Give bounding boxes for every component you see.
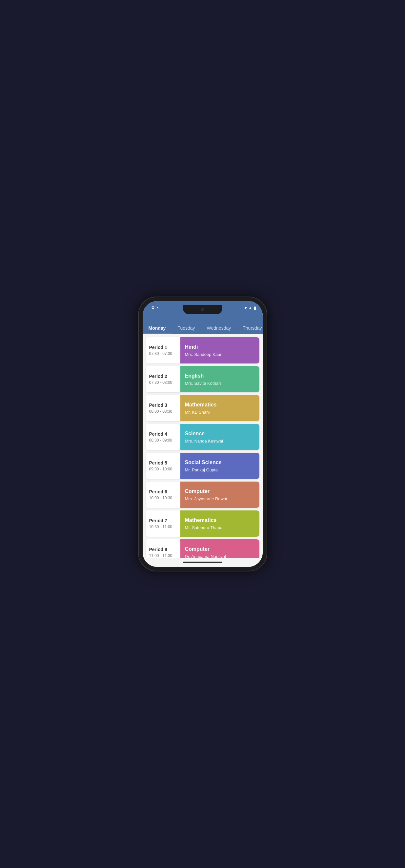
period-name-8: Period 8 (149, 547, 177, 552)
tab-wednesday[interactable]: Wednesday (201, 322, 237, 334)
period-row-3: Period 3 08:00 - 08:30 Mathematics Mr. K… (146, 395, 259, 421)
period-row-1: Period 1 07:30 - 07:30 Hindi Mrs. Sandee… (146, 337, 259, 364)
period-subject-5: Social Science Mr. Pankaj Gupta (180, 453, 259, 479)
period-info-5: Period 5 09:00 - 10:00 (146, 453, 180, 479)
phone-screen: ⚙ ▪ ▾ ▲ ▮ Monday Tuesday Wednesday Thurs… (143, 301, 263, 567)
period-subject-1: Hindi Mrs. Sandeep Kaur (180, 337, 259, 364)
period-time-2: 07:30 - 08:00 (149, 380, 177, 385)
period-info-4: Period 4 08:30 - 09:00 (146, 424, 180, 450)
period-info-7: Period 7 10:30 - 11:00 (146, 510, 180, 537)
subject-name-4: Science (185, 431, 255, 437)
period-name-4: Period 4 (149, 431, 177, 437)
period-name-5: Period 5 (149, 460, 177, 465)
period-subject-7: Mathematics Mr. Satendra Thapa (180, 510, 259, 537)
subject-name-6: Computer (185, 489, 255, 494)
period-info-1: Period 1 07:30 - 07:30 (146, 337, 180, 364)
period-row-7: Period 7 10:30 - 11:00 Mathematics Mr. S… (146, 510, 259, 537)
home-bar (183, 562, 222, 563)
period-time-5: 09:00 - 10:00 (149, 467, 177, 471)
subject-name-1: Hindi (185, 344, 255, 350)
subject-name-3: Mathematics (185, 402, 255, 408)
period-name-2: Period 2 (149, 374, 177, 379)
camera-notch (183, 305, 222, 314)
period-row-4: Period 4 08:30 - 09:00 Science Mrs. Nand… (146, 424, 259, 450)
teacher-name-3: Mr. KB Shahi (185, 410, 255, 415)
period-time-8: 11:00 - 11:30 (149, 553, 177, 558)
camera-dot (201, 308, 204, 311)
period-row-2: Period 2 07:30 - 08:00 English Mrs. Savi… (146, 366, 259, 392)
period-time-3: 08:00 - 08:30 (149, 409, 177, 414)
subject-name-5: Social Science (185, 460, 255, 465)
period-name-6: Period 6 (149, 489, 177, 494)
period-info-6: Period 6 10:00 - 10:30 (146, 482, 180, 508)
signal-icon: ▲ (248, 305, 252, 310)
tab-bar[interactable]: Monday Tuesday Wednesday Thursday Fr... (143, 322, 263, 334)
settings-status-icon: ⚙ (151, 305, 155, 310)
timetable-content: Period 1 07:30 - 07:30 Hindi Mrs. Sandee… (143, 334, 263, 558)
period-info-3: Period 3 08:00 - 08:30 (146, 395, 180, 421)
tab-tuesday[interactable]: Tuesday (172, 322, 201, 334)
teacher-name-5: Mr. Pankaj Gupta (185, 467, 255, 472)
home-indicator (143, 558, 263, 567)
period-name-3: Period 3 (149, 403, 177, 408)
wifi-icon: ▾ (245, 305, 247, 310)
app-header (143, 313, 263, 322)
period-row-6: Period 6 10:00 - 10:30 Computer Mrs. Jay… (146, 482, 259, 508)
period-time-6: 10:00 - 10:30 (149, 496, 177, 500)
period-subject-3: Mathematics Mr. KB Shahi (180, 395, 259, 421)
tab-monday[interactable]: Monday (143, 322, 172, 334)
period-subject-4: Science Mrs. Nanda Kestwal (180, 424, 259, 450)
period-time-7: 10:30 - 11:00 (149, 525, 177, 529)
teacher-name-1: Mrs. Sandeep Kaur (185, 352, 255, 357)
period-time-1: 07:30 - 07:30 (149, 351, 177, 356)
battery-icon: ▮ (254, 305, 256, 310)
subject-name-7: Mathematics (185, 517, 255, 523)
period-row-8: Period 8 11:00 - 11:30 Computer Dr. Anup… (146, 539, 259, 558)
subject-name-2: English (185, 373, 255, 379)
teacher-name-2: Mrs. Savita Kothari (185, 381, 255, 386)
square-status-icon: ▪ (157, 305, 158, 310)
teacher-name-4: Mrs. Nanda Kestwal (185, 439, 255, 443)
period-info-2: Period 2 07:30 - 08:00 (146, 366, 180, 392)
period-name-7: Period 7 (149, 518, 177, 523)
period-subject-2: English Mrs. Savita Kothari (180, 366, 259, 392)
status-left: ⚙ ▪ (149, 305, 158, 310)
period-subject-6: Computer Mrs. Jayashree Rawat (180, 482, 259, 508)
teacher-name-6: Mrs. Jayashree Rawat (185, 496, 255, 501)
status-right: ▾ ▲ ▮ (245, 305, 256, 310)
period-subject-8: Computer Dr. Anupama Nautiyal (180, 539, 259, 558)
period-row-5: Period 5 09:00 - 10:00 Social Science Mr… (146, 453, 259, 479)
period-name-1: Period 1 (149, 345, 177, 350)
period-info-8: Period 8 11:00 - 11:30 (146, 539, 180, 558)
teacher-name-7: Mr. Satendra Thapa (185, 525, 255, 530)
tab-thursday[interactable]: Thursday (237, 322, 262, 334)
period-time-4: 08:30 - 09:00 (149, 438, 177, 442)
subject-name-8: Computer (185, 546, 255, 552)
phone-frame: ⚙ ▪ ▾ ▲ ▮ Monday Tuesday Wednesday Thurs… (139, 297, 267, 571)
teacher-name-8: Dr. Anupama Nautiyal (185, 554, 255, 558)
